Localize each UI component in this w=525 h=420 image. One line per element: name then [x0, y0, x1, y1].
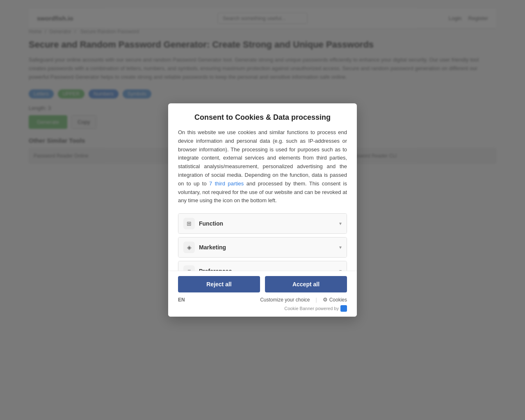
modal-body-text: On this website we use cookies and simil…: [178, 128, 347, 172]
modal-overlay: Consent to Cookies & Data processing On …: [0, 0, 525, 172]
modal-scroll-area[interactable]: Consent to Cookies & Data processing On …: [168, 103, 357, 172]
cookie-consent-modal: Consent to Cookies & Data processing On …: [168, 103, 357, 172]
modal-body-before-link: On this website we use cookies and simil…: [178, 129, 347, 172]
modal-title: Consent to Cookies & Data processing: [178, 113, 347, 122]
